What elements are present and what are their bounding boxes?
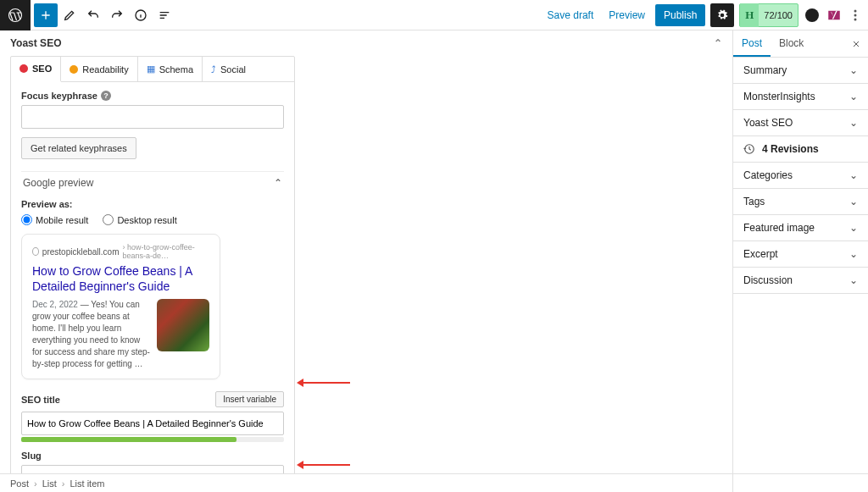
- aioseo-score-icon[interactable]: [804, 7, 821, 24]
- breadcrumb-item[interactable]: Post: [10, 478, 29, 489]
- outline-icon[interactable]: [153, 0, 176, 30]
- humanize-h-icon: H: [740, 3, 759, 27]
- readability-score-dot-icon: [70, 65, 78, 74]
- chevron-down-icon: ⌄: [849, 196, 858, 207]
- save-draft-button[interactable]: Save draft: [542, 6, 599, 25]
- panel-label: Summary: [743, 64, 787, 76]
- chevron-down-icon: ⌄: [849, 222, 858, 234]
- edit-mode-icon[interactable]: [58, 0, 81, 30]
- publish-button[interactable]: Publish: [655, 4, 705, 26]
- yoast-title-text: Yoast SEO: [10, 37, 61, 49]
- mobile-result-radio[interactable]: Mobile result: [21, 214, 88, 225]
- seo-title-label: SEO title: [21, 395, 60, 405]
- share-icon: ⤴: [211, 64, 216, 75]
- panel-monsterinsights[interactable]: MonsterInsights⌄: [733, 84, 868, 110]
- svg-point-3: [854, 14, 857, 16]
- panel-label: MonsterInsights: [743, 91, 815, 102]
- chevron-up-icon: ⌃: [274, 177, 282, 189]
- preview-as-label: Preview as:: [21, 199, 284, 209]
- panel-label: Featured image: [743, 222, 815, 234]
- panel-categories[interactable]: Categories⌄: [733, 163, 868, 189]
- google-preview-label: Google preview: [23, 177, 93, 189]
- focus-keyphrase-input[interactable]: [21, 105, 284, 129]
- schema-grid-icon: ▦: [147, 64, 155, 75]
- tab-label: SEO: [32, 64, 52, 74]
- yoast-tab-readability[interactable]: Readability: [61, 57, 137, 81]
- wordpress-logo-icon[interactable]: [0, 0, 31, 30]
- svg-point-2: [854, 9, 857, 12]
- tab-post[interactable]: Post: [733, 30, 771, 57]
- panel-summary[interactable]: Summary⌄: [733, 58, 868, 84]
- insert-variable-title-button[interactable]: Insert variable: [215, 391, 284, 407]
- panel-tags[interactable]: Tags⌄: [733, 189, 868, 215]
- tab-block[interactable]: Block: [771, 30, 812, 57]
- topbar-left: [0, 0, 176, 30]
- panel-excerpt[interactable]: Excerpt⌄: [733, 241, 868, 268]
- yoast-metabox-title[interactable]: Yoast SEO ⌃: [0, 30, 732, 53]
- focus-keyphrase-label: Focus keyphrase?: [21, 91, 284, 101]
- svg-point-4: [854, 18, 857, 20]
- chevron-down-icon: ⌄: [849, 248, 858, 260]
- breadcrumb-item[interactable]: List: [42, 478, 57, 489]
- panel-label: Tags: [743, 196, 765, 207]
- panel-label: Discussion: [743, 274, 793, 286]
- chevron-down-icon: ⌄: [849, 64, 858, 76]
- preview-url: prestopickleball.com › how-to-grow-coffe…: [32, 243, 209, 260]
- chevron-down-icon: ⌄: [849, 117, 858, 129]
- revisions-link[interactable]: 4 Revisions: [733, 136, 868, 163]
- editor-main: Yoast SEO ⌃ SEO Readability ▦Schema ⤴Soc…: [0, 30, 732, 473]
- undo-icon[interactable]: [81, 0, 105, 30]
- preview-mode-radios: Mobile result Desktop result: [21, 214, 284, 227]
- block-breadcrumb: Post› List› List item: [0, 473, 868, 492]
- breadcrumb-item[interactable]: List item: [70, 478, 104, 489]
- panel-label: Yoast SEO: [743, 117, 793, 129]
- tab-label: Schema: [159, 64, 193, 75]
- panel-label: Excerpt: [743, 248, 778, 260]
- yoast-tab-schema[interactable]: ▦Schema: [138, 57, 203, 81]
- topbar-right: Save draft Preview Publish H 72/100: [542, 3, 868, 27]
- chevron-up-icon: ⌃: [714, 37, 722, 49]
- panel-yoast-seo[interactable]: Yoast SEO⌄: [733, 110, 868, 136]
- breadcrumb-sep-icon: ›: [34, 478, 37, 489]
- close-sidebar-icon[interactable]: [844, 30, 868, 57]
- preview-desc-text: Yes! You can grow your coffee beans at h…: [32, 300, 150, 368]
- annotation-arrow-icon: [299, 464, 350, 466]
- yoast-tab-social[interactable]: ⤴Social: [203, 57, 254, 81]
- get-related-keyphrases-button[interactable]: Get related keyphrases: [21, 137, 136, 159]
- preview-crumb: › how-to-grow-coffee-beans-a-de…: [122, 243, 209, 260]
- more-options-icon[interactable]: [848, 3, 863, 27]
- preview-domain: prestopickleball.com: [42, 247, 120, 257]
- yoast-icon[interactable]: [826, 7, 843, 24]
- desktop-result-radio[interactable]: Desktop result: [103, 214, 176, 225]
- slug-label: Slug: [21, 451, 284, 461]
- preview-button[interactable]: Preview: [604, 6, 650, 25]
- yoast-tabs: SEO Readability ▦Schema ⤴Social: [11, 57, 294, 82]
- favicon-icon: [32, 247, 39, 256]
- revisions-label: 4 Revisions: [762, 143, 819, 155]
- tab-label: Readability: [82, 64, 128, 75]
- add-block-button[interactable]: [34, 3, 58, 27]
- panel-featured-image[interactable]: Featured image⌄: [733, 215, 868, 241]
- chevron-down-icon: ⌄: [849, 169, 858, 181]
- google-preview-toggle[interactable]: Google preview ⌃: [21, 171, 284, 194]
- editor-topbar: Save draft Preview Publish H 72/100: [0, 0, 868, 30]
- google-mobile-preview: prestopickleball.com › how-to-grow-coffe…: [21, 234, 220, 379]
- humanize-score-badge[interactable]: H 72/100: [739, 3, 798, 27]
- yoast-body: Focus keyphrase? Get related keyphrases …: [11, 82, 294, 473]
- revisions-icon: [743, 143, 755, 155]
- yoast-tab-seo[interactable]: SEO: [11, 57, 61, 82]
- tab-label: Social: [220, 64, 246, 75]
- humanize-score-value: 72/100: [759, 10, 798, 20]
- settings-sidebar: Post Block Summary⌄ MonsterInsights⌄ Yoa…: [732, 30, 868, 492]
- slug-input[interactable]: [21, 465, 284, 473]
- seo-title-length-bar: [21, 437, 284, 442]
- seo-title-input[interactable]: [21, 412, 284, 435]
- seo-score-dot-icon: [19, 64, 28, 73]
- info-icon[interactable]: [129, 0, 153, 30]
- chevron-down-icon: ⌄: [849, 91, 858, 102]
- panel-discussion[interactable]: Discussion⌄: [733, 268, 868, 294]
- redo-icon[interactable]: [105, 0, 129, 30]
- preview-date: Dec 2, 2022: [32, 300, 78, 309]
- help-icon[interactable]: ?: [101, 91, 111, 101]
- settings-gear-icon[interactable]: [710, 3, 734, 27]
